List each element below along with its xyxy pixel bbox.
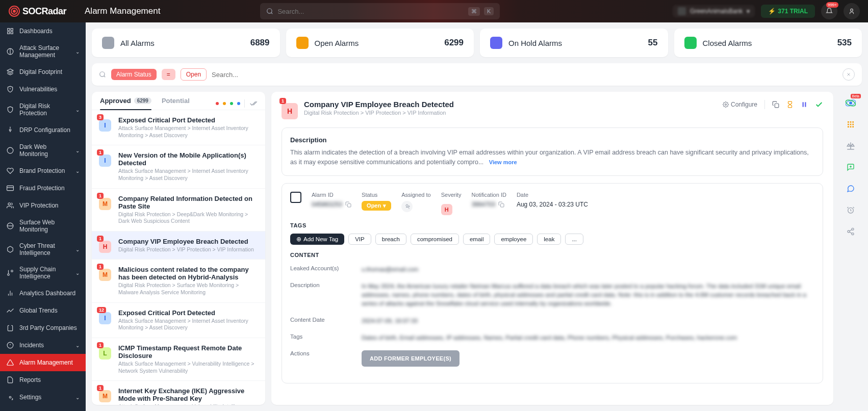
resolve-button[interactable] — [815, 100, 823, 109]
tag-chip[interactable]: breach — [375, 234, 406, 245]
tag-chip[interactable]: ... — [565, 234, 583, 245]
svg-rect-45 — [848, 121, 849, 123]
check-all-icon[interactable] — [249, 99, 257, 108]
sidebar-item-vulnerabilities[interactable]: Vulnerabilities — [0, 81, 86, 98]
sidebar-item-company-settings[interactable]: Company Settings — [0, 406, 86, 411]
svg-point-33 — [725, 104, 726, 106]
sidebar-item-drp-configuration[interactable]: DRP Configuration — [0, 121, 86, 139]
tag-chip[interactable]: employee — [494, 234, 533, 245]
sidebar-item-digital-risk-protection[interactable]: Digital Risk Protection⌄ — [0, 98, 86, 121]
ai-button[interactable]: Beta — [845, 97, 857, 109]
sidebar-item-incidents[interactable]: Incidents⌄ — [0, 337, 86, 354]
user-avatar[interactable] — [844, 3, 860, 19]
clear-filter-button[interactable] — [843, 68, 855, 81]
dot-high[interactable] — [223, 102, 226, 105]
meta-card: Alarm ID 045863253 Status Open▾ Assigned… — [282, 183, 823, 384]
tag-chip[interactable]: leak — [537, 234, 561, 245]
scale-icon[interactable] — [845, 140, 857, 152]
stat-card-open-alarms[interactable]: Open Alarms6299 — [286, 29, 474, 57]
content-row: DescriptionIn May 2024, the American lux… — [290, 282, 814, 309]
filter-search-input[interactable] — [212, 71, 837, 79]
copy-button[interactable] — [772, 101, 779, 108]
share-icon[interactable] — [845, 225, 857, 238]
clock-icon[interactable] — [845, 204, 857, 216]
alarm-path: Attack Surface Management > Internet Ass… — [118, 318, 258, 331]
stat-card-all-alarms[interactable]: All Alarms6889 — [92, 29, 280, 57]
alarm-item[interactable]: 12IExposed Critical Port DetectedAttack … — [92, 303, 265, 338]
nav-icon — [6, 27, 14, 35]
status-dropdown[interactable]: Open▾ — [362, 201, 391, 211]
notifications-button[interactable]: 999+ — [821, 3, 837, 19]
nav-icon — [6, 184, 14, 192]
alarm-item[interactable]: 1MCompany Related Information Detected o… — [92, 189, 265, 232]
sidebar-item-alarm-management[interactable]: Alarm Management — [0, 354, 86, 371]
filter-value-pill[interactable]: Open — [181, 68, 207, 81]
sidebar-item-attack-surface-management[interactable]: Attack Surface Management⌄ — [0, 40, 86, 63]
pause-button[interactable] — [801, 101, 808, 108]
trial-button[interactable]: ⚡ 371 TRIAL — [761, 5, 815, 18]
tab-approved[interactable]: Approved 6299 — [100, 97, 151, 110]
comment-icon[interactable] — [845, 161, 857, 173]
grid-icon[interactable] — [845, 118, 857, 131]
nav-icon — [6, 106, 14, 114]
filter-eq-pill[interactable]: = — [162, 69, 175, 80]
sidebar-item-fraud-protection[interactable]: Fraud Protection — [0, 179, 86, 197]
global-search-input[interactable] — [277, 8, 464, 15]
sidebar-item-dark-web-monitoring[interactable]: Dark Web Monitoring⌄ — [0, 139, 86, 162]
add-tag-button[interactable]: ⊕ Add New Tag — [290, 234, 344, 245]
sidebar-item-3rd-party-companies[interactable]: 3rd Party Companies — [0, 319, 86, 337]
stat-card-on-hold-alarms[interactable]: On Hold Alarms55 — [480, 29, 668, 57]
svg-line-60 — [850, 232, 852, 234]
alarm-item[interactable]: 1HCompany VIP Employee Breach DetectedDi… — [92, 232, 265, 260]
severity-box: M — [99, 269, 111, 281]
filter-status-pill[interactable]: Alarm Status — [111, 69, 157, 80]
alarm-count-badge: 1 — [97, 385, 104, 391]
body-row: Approved 6299 Potential 3I — [86, 92, 868, 411]
tag-chip[interactable]: VIP — [348, 234, 371, 245]
alarm-item[interactable]: 1MMalicious content related to the compa… — [92, 260, 265, 302]
stat-count: 6889 — [250, 38, 270, 48]
dot-medium[interactable] — [230, 102, 233, 105]
global-search[interactable]: ⌘ K — [260, 3, 500, 19]
stat-card-closed-alarms[interactable]: Closed Alarms535 — [674, 29, 862, 57]
sidebar-item-settings[interactable]: Settings⌄ — [0, 389, 86, 406]
alarm-item[interactable]: 1MInternet Key Exchange (IKE) Aggressive… — [92, 381, 265, 405]
brand-logo[interactable]: SOCRadar — [8, 5, 66, 17]
sidebar-item-cyber-threat-intelligence[interactable]: Cyber Threat Intelligence⌄ — [0, 238, 86, 261]
tab-potential[interactable]: Potential — [162, 97, 190, 110]
alarm-path: Digital Risk Protection > Deep&Dark Web … — [118, 211, 258, 225]
svg-rect-48 — [848, 124, 849, 125]
alarm-title: Internet Key Exchange (IKE) Aggressive M… — [118, 387, 258, 402]
alarm-item[interactable]: 3IExposed Critical Port DetectedAttack S… — [92, 110, 265, 145]
detail-header: 1 H Company VIP Employee Breach Detected… — [282, 100, 823, 119]
svg-point-21 — [8, 274, 10, 276]
alarm-item[interactable]: 1INew Version of the Mobile Application(… — [92, 145, 265, 188]
sidebar-item-reports[interactable]: Reports — [0, 371, 86, 389]
copy-icon[interactable] — [498, 201, 504, 208]
chat-icon[interactable] — [845, 183, 857, 195]
sidebar-item-dashboards[interactable]: Dashboards — [0, 22, 86, 40]
alarm-item[interactable]: 1LICMP Timestamp Request Remote Date Dis… — [92, 338, 265, 381]
configure-button[interactable]: Configure — [723, 101, 757, 108]
dot-low[interactable] — [237, 102, 240, 105]
select-checkbox[interactable] — [290, 192, 301, 203]
kbd-hint-k: K — [484, 7, 494, 15]
dot-critical[interactable] — [216, 102, 219, 105]
copy-icon[interactable] — [345, 201, 351, 208]
sidebar-item-supply-chain-intelligence[interactable]: Supply Chain Intelligence⌄ — [0, 261, 86, 285]
sidebar-item-analytics-dashboard[interactable]: Analytics Dashboard — [0, 285, 86, 302]
hourglass-button[interactable] — [786, 101, 794, 108]
tag-chip[interactable]: email — [463, 234, 490, 245]
svg-point-27 — [9, 396, 11, 398]
sidebar-item-global-trends[interactable]: Global Trends — [0, 302, 86, 319]
assign-button[interactable] — [401, 201, 413, 212]
alarm-count-badge: 12 — [97, 307, 106, 313]
sidebar-item-digital-footprint[interactable]: Digital Footprint — [0, 63, 86, 81]
sidebar-item-surface-web-monitoring[interactable]: Surface Web Monitoring — [0, 214, 86, 238]
sidebar-item-vip-protection[interactable]: VIP Protection — [0, 197, 86, 214]
tag-chip[interactable]: compromised — [411, 234, 459, 245]
account-selector[interactable]: GreenAnimalsBank ▾ — [673, 5, 755, 17]
view-more-link[interactable]: View more — [489, 159, 517, 165]
sidebar-item-brand-protection[interactable]: Brand Protection⌄ — [0, 162, 86, 179]
add-former-employees-button[interactable]: ADD FORMER EMPLOYEE(S) — [362, 350, 459, 367]
